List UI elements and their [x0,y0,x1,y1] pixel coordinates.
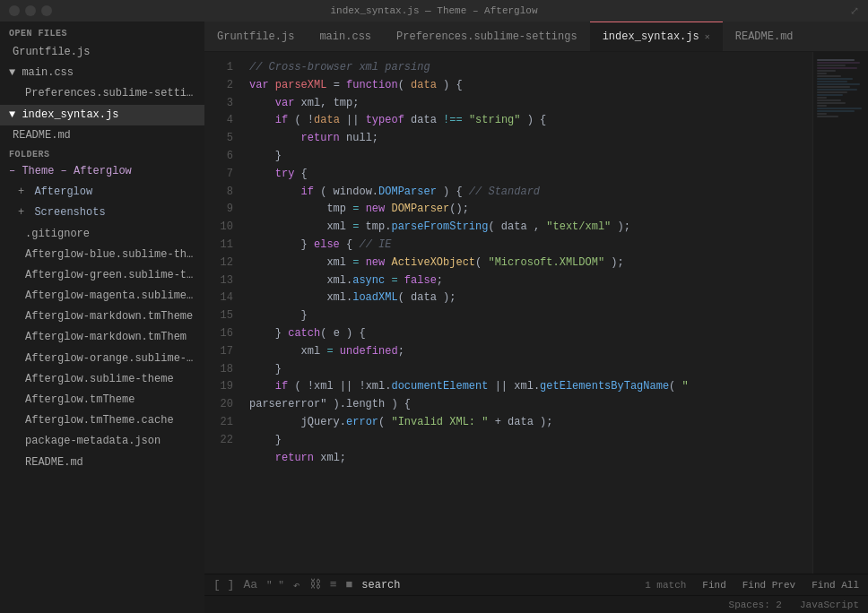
tab-preferences[interactable]: Preferences.sublime-settings [384,22,590,51]
tab-label-readme: README.md [735,30,794,43]
resize-icon[interactable]: ⤢ [850,4,859,18]
minimap[interactable] [812,52,868,574]
code-line-6: } [249,148,812,166]
sidebar-file-af-blue[interactable]: Afterglow-blue.sublime-them [0,245,204,265]
code-line-8: if ( window.DOMParser ) { // Standard [249,184,812,202]
info-bar: Spaces: 2 JavaScript [204,595,868,613]
code-line-13: xml.async = false; [249,272,812,290]
code-line-20: jQuery.error( "Invalid XML: " + data ); [249,414,812,432]
sidebar-file-af-orange[interactable]: Afterglow-orange.sublime-the [0,349,204,369]
title-bar: index_syntax.js — Theme – Afterglow ⤢ [0,0,868,22]
sidebar-item-gruntfile[interactable]: Gruntfile.js [0,42,204,63]
sidebar-file-af-magenta[interactable]: Afterglow-magenta.sublime-t [0,286,204,306]
tab-label-gruntfile: Gruntfile.js [217,30,294,43]
code-content[interactable]: // Cross-browser xml parsing var parseXM… [242,52,812,574]
code-line-21: } [249,432,812,450]
sidebar-file-af-sublime[interactable]: Afterglow.sublime-theme [0,369,204,390]
spaces-info: Spaces: 2 [729,600,782,610]
minimize-button[interactable] [25,5,36,16]
tab-label-maincss: main.css [319,30,371,43]
sidebar: OPEN FILES Gruntfile.js ▼ main.css Prefe… [0,22,204,613]
editor-area: Gruntfile.js main.css Preferences.sublim… [204,22,868,613]
tab-maincss[interactable]: main.css [307,22,384,51]
quote-icon[interactable]: " " [266,580,284,591]
code-line-5: return null; [249,130,812,148]
sidebar-folder-theme-afterglow[interactable]: – Theme – Afterglow [0,161,204,182]
tab-label-indexsyntax: index_syntax.js [603,30,699,43]
sidebar-file-af-tmtheme[interactable]: Afterglow.tmTheme [0,390,204,410]
bracket-icon[interactable]: [ ] [213,578,234,591]
tab-bar: Gruntfile.js main.css Preferences.sublim… [204,22,868,52]
code-line-17: xml = undefined; [249,343,812,361]
case-sensitive-icon[interactable]: Aa [243,578,257,591]
code-line-14: xml.loadXML( data ); [249,289,812,307]
square-icon[interactable]: ■ [345,578,352,591]
code-line-18: } [249,361,812,379]
match-count: 1 match [645,580,686,591]
code-line-19: if ( !xml || !xml.documentElement || xml… [249,378,812,396]
sidebar-file-af-green[interactable]: Afterglow-green.sublime-the [0,265,204,286]
code-line-4: if ( !data || typeof data !== "string" )… [249,112,812,130]
window-controls[interactable] [9,5,52,16]
tab-indexsyntax[interactable]: index_syntax.js ✕ [590,22,723,51]
line-numbers: 12345 678910 1112131415 1617181920 2122 [204,52,242,574]
sidebar-item-preferences[interactable]: Preferences.sublime-settings [0,83,204,104]
code-line-11: } else { // IE [249,237,812,255]
code-line-3: var xml, tmp; [249,95,812,113]
code-line-15: } [249,307,812,325]
sidebar-item-readme[interactable]: README.md [0,125,204,146]
sidebar-file-af-tmcache[interactable]: Afterglow.tmTheme.cache [0,410,204,431]
status-bar: [ ] Aa " " ↶ ⛓ ≡ ■ 1 match Find Find Pre… [204,574,868,595]
sidebar-file-af-markdown1[interactable]: Afterglow-markdown.tmTheme [0,306,204,327]
sidebar-file-readme-folder[interactable]: README.md [0,453,204,473]
search-input[interactable] [361,579,636,591]
close-button[interactable] [9,5,20,16]
sidebar-file-af-markdown2[interactable]: Afterglow-markdown.tmThem [0,327,204,348]
sidebar-folder-screenshots[interactable]: + Screenshots [0,203,204,223]
code-line-10: xml = tmp.parseFromString( data , "text/… [249,219,812,237]
sidebar-folder-afterglow[interactable]: + Afterglow [0,182,204,203]
tab-label-preferences: Preferences.sublime-settings [396,30,577,43]
code-editor[interactable]: 12345 678910 1112131415 1617181920 2122 … [204,52,812,574]
code-line-16: } catch( e ) { [249,325,812,343]
code-line-7: try { [249,166,812,184]
open-files-label: OPEN FILES [0,22,204,42]
find-button[interactable]: Find [702,580,725,591]
tab-close-indexsyntax[interactable]: ✕ [705,31,710,42]
main-layout: OPEN FILES Gruntfile.js ▼ main.css Prefe… [0,22,868,613]
link-icon[interactable]: ⛓ [309,578,321,591]
find-prev-button[interactable]: Find Prev [742,580,795,591]
code-line-12: xml = new ActiveXObject( "Microsoft.XMLD… [249,255,812,272]
code-line-22: return xml; [249,450,812,468]
maximize-button[interactable] [41,5,52,16]
list-icon[interactable]: ≡ [330,578,337,591]
tab-readme[interactable]: README.md [723,22,806,51]
undo-icon[interactable]: ↶ [293,578,300,592]
folders-label: FOLDERS [0,146,204,161]
sidebar-item-maincss[interactable]: ▼ main.css [0,63,204,83]
code-line-2: var parseXML = function( data ) { [249,77,812,95]
sidebar-file-gitignore[interactable]: .gitignore [0,224,204,245]
minimap-content [813,52,868,574]
code-line-9: tmp = new DOMParser(); [249,201,812,219]
tab-gruntfile[interactable]: Gruntfile.js [204,22,307,51]
code-line-1: // Cross-browser xml parsing [249,59,812,77]
window-title: index_syntax.js — Theme – Afterglow [330,5,537,16]
sidebar-item-indexsyntax[interactable]: ▼ index_syntax.js [0,105,204,125]
language-info: JavaScript [800,600,859,610]
sidebar-file-package-meta[interactable]: package-metadata.json [0,431,204,452]
find-all-button[interactable]: Find All [812,580,859,591]
code-line-19b: parsererror" ).length ) { [249,396,812,414]
status-right: 1 match Find Find Prev Find All [645,580,859,591]
